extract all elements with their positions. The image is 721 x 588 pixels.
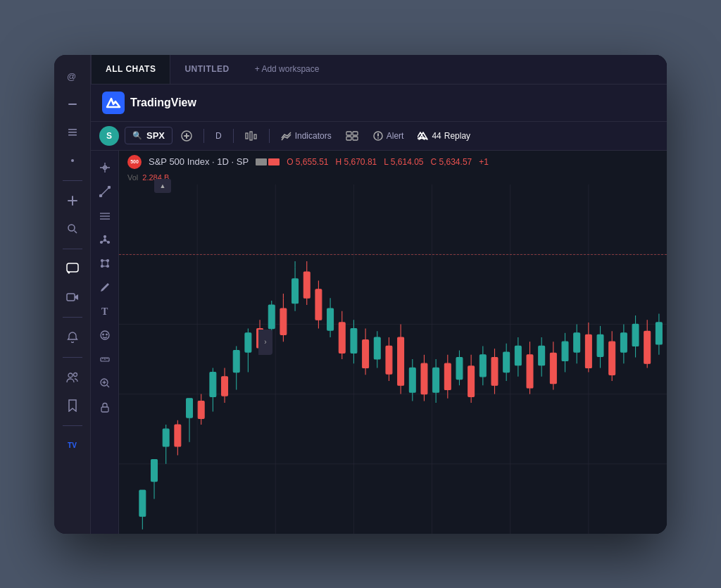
svg-rect-128 — [398, 337, 404, 385]
svg-rect-86 — [187, 398, 193, 417]
alert-button[interactable]: Alert — [367, 127, 410, 144]
add-workspace-button[interactable]: + Add workspace — [244, 64, 331, 74]
line-tool[interactable] — [94, 180, 116, 203]
svg-rect-158 — [574, 332, 580, 351]
tab-all-chats[interactable]: ALL CHATS — [91, 55, 170, 84]
search-icon[interactable] — [60, 216, 85, 242]
svg-rect-23 — [353, 137, 358, 140]
bell-icon[interactable] — [60, 325, 85, 350]
compare-button[interactable] — [340, 127, 364, 144]
volume-row: Vol 2.284 B — [119, 173, 667, 184]
parallel-lines-tool[interactable] — [94, 204, 116, 227]
svg-rect-162 — [597, 334, 603, 356]
ruler-tool[interactable] — [94, 348, 116, 370]
change-value: +1 — [479, 157, 489, 167]
user-avatar[interactable]: S — [99, 126, 119, 146]
symbol-badge: 500 — [127, 155, 142, 169]
svg-rect-156 — [562, 342, 568, 361]
svg-rect-142 — [479, 354, 486, 376]
search-icon-small: 🔍 — [132, 131, 142, 140]
zoom-tool[interactable] — [94, 372, 116, 394]
svg-rect-150 — [527, 354, 533, 387]
svg-point-33 — [99, 194, 101, 196]
svg-rect-140 — [468, 365, 475, 396]
dot-icon[interactable] — [60, 148, 85, 173]
tab-untitled[interactable]: UNTITLED — [170, 55, 243, 84]
collapse-button[interactable]: ▲ — [154, 179, 171, 193]
svg-rect-2 — [68, 129, 77, 130]
main-content: ALL CHATS UNTITLED + Add workspace Tradi… — [91, 55, 667, 534]
svg-text:T: T — [101, 306, 108, 317]
svg-point-34 — [108, 186, 110, 188]
lock-tool[interactable] — [94, 396, 116, 418]
svg-rect-120 — [351, 328, 357, 353]
svg-rect-116 — [327, 308, 334, 330]
divider-5 — [63, 425, 82, 426]
chart-svg — [119, 184, 667, 534]
people-icon[interactable] — [60, 365, 85, 390]
network-tool[interactable] — [94, 228, 116, 251]
indicators-button[interactable]: Indicators — [275, 128, 337, 144]
svg-rect-144 — [491, 357, 498, 385]
timeframe-button[interactable]: D — [210, 128, 227, 144]
svg-rect-160 — [585, 334, 591, 368]
svg-rect-164 — [609, 342, 615, 375]
svg-point-55 — [102, 334, 104, 335]
divider-4 — [63, 357, 82, 358]
chart-area: 500 S&P 500 Index · 1D · SP O 5,655.51 H… — [119, 151, 667, 534]
replay-button[interactable]: 44 Replay — [412, 128, 476, 144]
ohlc-data: O 5,655.51 H 5,670.81 L 5,614.05 C 5,634… — [287, 157, 489, 167]
svg-rect-172 — [656, 322, 662, 344]
measure-tool[interactable] — [94, 252, 116, 275]
svg-rect-109 — [292, 278, 299, 303]
divider-3 — [63, 317, 82, 318]
svg-rect-77 — [139, 490, 146, 516]
chart-type-button[interactable] — [239, 127, 263, 144]
candlestick-chart[interactable] — [119, 184, 667, 534]
svg-rect-1 — [68, 104, 77, 105]
vol-label: Vol — [127, 173, 138, 182]
add-button[interactable] — [175, 127, 198, 144]
alert-label: Alert — [387, 131, 404, 141]
symbol-search[interactable]: 🔍 SPX — [125, 127, 173, 144]
bookmark-icon[interactable] — [60, 393, 85, 418]
svg-rect-84 — [175, 425, 181, 446]
minus-top-icon[interactable] — [60, 92, 85, 117]
svg-rect-25 — [377, 133, 379, 137]
svg-rect-122 — [363, 339, 369, 368]
svg-rect-65 — [101, 407, 108, 412]
indicators-label: Indicators — [295, 131, 332, 141]
low-value: L 5,614.05 — [384, 157, 423, 167]
divider2 — [233, 129, 234, 143]
tv-logo-small-icon[interactable]: TV — [60, 433, 85, 458]
pencil-tool[interactable] — [94, 276, 116, 299]
svg-rect-17 — [246, 133, 248, 139]
crosshair-tool[interactable] — [94, 156, 116, 179]
svg-rect-126 — [386, 346, 392, 374]
plus-icon[interactable] — [60, 188, 85, 213]
list-icon[interactable] — [60, 120, 85, 145]
divider3 — [269, 129, 270, 143]
at-icon[interactable]: @ — [60, 63, 85, 89]
tv-logo-text: TradingView — [130, 96, 196, 109]
svg-rect-118 — [339, 322, 345, 352]
svg-point-8 — [68, 225, 75, 231]
divider — [203, 129, 204, 143]
symbol-name: S&P 500 Index · 1D · SP — [149, 156, 249, 167]
text-tool[interactable]: T — [94, 300, 116, 323]
close-value: C 5,634.57 — [431, 157, 472, 167]
emoji-tool[interactable] — [94, 324, 116, 346]
symbol-text: SPX — [146, 130, 165, 141]
svg-line-32 — [101, 187, 109, 196]
expand-sidebar-button[interactable]: › — [258, 330, 272, 355]
svg-point-5 — [71, 159, 74, 162]
tab-bar: ALL CHATS UNTITLED + Add workspace — [91, 55, 667, 85]
video-icon[interactable] — [60, 284, 85, 310]
svg-text:@: @ — [67, 71, 76, 82]
svg-rect-88 — [198, 401, 204, 418]
app-sidebar: @ — [54, 55, 91, 534]
svg-rect-154 — [550, 353, 556, 383]
chat-icon[interactable] — [60, 256, 85, 282]
svg-rect-136 — [444, 363, 451, 389]
svg-rect-132 — [421, 363, 427, 394]
